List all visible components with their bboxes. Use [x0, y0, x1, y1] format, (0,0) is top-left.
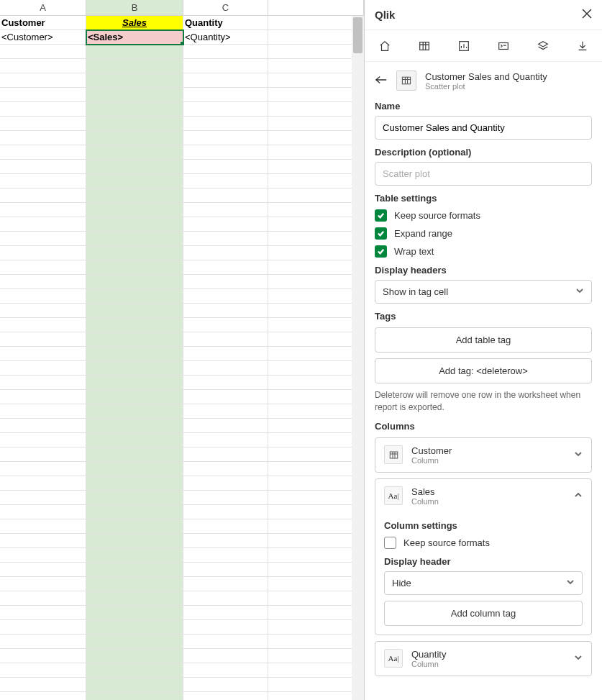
cell[interactable] [183, 649, 268, 663]
cell[interactable] [0, 563, 86, 577]
cell[interactable] [86, 59, 183, 73]
cell[interactable] [86, 663, 183, 678]
cell[interactable] [86, 275, 183, 289]
cell[interactable] [86, 347, 183, 361]
cell[interactable] [86, 174, 183, 188]
cell[interactable] [183, 361, 268, 376]
cell[interactable] [0, 635, 86, 649]
cell[interactable] [268, 505, 364, 519]
cell[interactable] [268, 663, 364, 678]
cell[interactable] [268, 16, 364, 30]
cell[interactable] [86, 73, 183, 88]
cell[interactable] [268, 145, 364, 160]
cell[interactable] [183, 678, 268, 692]
cell-selected[interactable]: <Sales> [86, 30, 183, 45]
cell[interactable] [268, 174, 364, 188]
cell[interactable] [86, 591, 183, 606]
cell[interactable] [183, 505, 268, 519]
cell[interactable] [183, 45, 268, 59]
cell[interactable] [0, 462, 86, 476]
cell[interactable] [0, 591, 86, 606]
cell[interactable] [183, 462, 268, 476]
cell[interactable] [86, 534, 183, 548]
cell[interactable] [268, 649, 364, 663]
cell[interactable] [268, 131, 364, 145]
cell[interactable] [0, 620, 86, 635]
cell[interactable] [183, 563, 268, 577]
home-icon[interactable] [365, 30, 404, 61]
cell[interactable] [86, 404, 183, 419]
cell[interactable] [183, 131, 268, 145]
cell[interactable] [86, 447, 183, 462]
cell[interactable] [268, 260, 364, 275]
cell[interactable] [183, 347, 268, 361]
cell[interactable] [86, 563, 183, 577]
cell[interactable] [183, 606, 268, 620]
cell[interactable] [86, 433, 183, 447]
cell[interactable]: <Customer> [0, 30, 86, 45]
cell[interactable] [0, 692, 86, 700]
cell[interactable] [268, 361, 364, 376]
cell[interactable] [86, 519, 183, 534]
cell[interactable] [268, 30, 364, 45]
cell[interactable] [0, 447, 86, 462]
cell[interactable] [183, 404, 268, 419]
cell[interactable] [183, 534, 268, 548]
cell[interactable] [183, 88, 268, 102]
cell[interactable] [268, 73, 364, 88]
back-arrow-icon[interactable] [375, 75, 388, 87]
cell[interactable] [0, 678, 86, 692]
cell[interactable] [0, 649, 86, 663]
cell[interactable] [183, 332, 268, 347]
cell[interactable] [0, 577, 86, 591]
cell[interactable] [0, 88, 86, 102]
cell[interactable] [0, 433, 86, 447]
cell[interactable] [86, 606, 183, 620]
cell[interactable] [0, 347, 86, 361]
cell[interactable] [268, 117, 364, 131]
cell[interactable] [268, 548, 364, 563]
cell[interactable] [0, 145, 86, 160]
cell[interactable] [268, 462, 364, 476]
cell[interactable] [183, 102, 268, 117]
cell[interactable] [268, 59, 364, 73]
column-keep-formats-checkbox[interactable]: Keep source formats [384, 537, 583, 549]
cell[interactable] [0, 534, 86, 548]
cell[interactable] [0, 203, 86, 217]
cell[interactable] [268, 246, 364, 260]
cell[interactable] [0, 419, 86, 433]
vertical-scrollbar[interactable] [352, 16, 364, 700]
cell[interactable] [0, 260, 86, 275]
layers-icon[interactable] [523, 30, 562, 61]
col-header-c[interactable]: C [183, 0, 268, 16]
cell[interactable] [0, 289, 86, 304]
cell[interactable] [268, 102, 364, 117]
cell[interactable] [86, 318, 183, 332]
cell[interactable] [0, 232, 86, 246]
cell[interactable] [268, 275, 364, 289]
cell[interactable] [183, 160, 268, 174]
cell[interactable] [0, 519, 86, 534]
cell[interactable] [0, 376, 86, 390]
cell[interactable] [0, 491, 86, 505]
cell[interactable] [268, 476, 364, 491]
cell[interactable] [268, 563, 364, 577]
cell[interactable] [86, 361, 183, 376]
cell[interactable] [183, 318, 268, 332]
cell[interactable] [183, 376, 268, 390]
cell[interactable] [86, 45, 183, 59]
cell[interactable] [86, 548, 183, 563]
cell[interactable] [86, 232, 183, 246]
cell[interactable] [268, 376, 364, 390]
cell[interactable] [0, 102, 86, 117]
add-column-tag-button[interactable]: Add column tag [384, 601, 583, 626]
cell[interactable] [0, 45, 86, 59]
cell[interactable] [86, 145, 183, 160]
cell[interactable] [86, 304, 183, 318]
cell[interactable] [268, 404, 364, 419]
cell[interactable] [268, 217, 364, 232]
column-item-header[interactable]: Customer Column [375, 438, 591, 472]
cell[interactable] [183, 304, 268, 318]
cell[interactable] [86, 678, 183, 692]
cell[interactable] [0, 117, 86, 131]
